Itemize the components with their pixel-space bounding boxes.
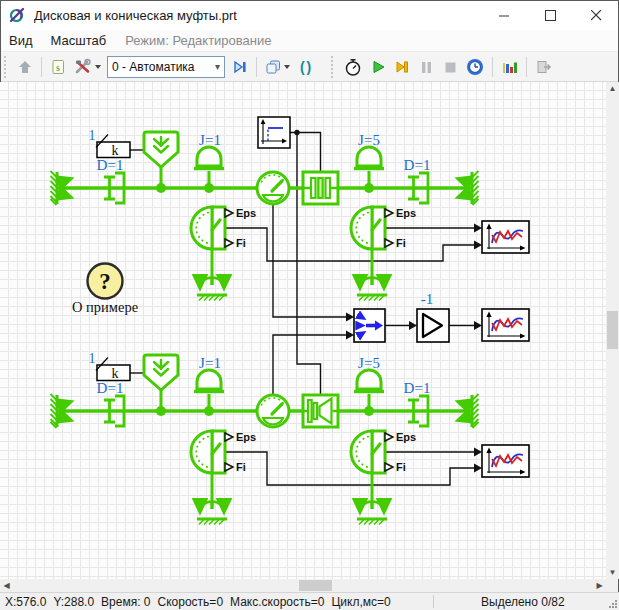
amplifier-block[interactable]: -1: [417, 291, 449, 342]
toolbar: s 0 - Автоматика ▾: [0, 52, 619, 82]
ground-sensor1[interactable]: [357, 278, 387, 301]
run-to-end-button[interactable]: [390, 54, 414, 80]
sim-time-button[interactable]: [340, 54, 366, 80]
wire-junction-dot: [294, 130, 299, 135]
parentheses-icon: ( ): [300, 59, 310, 75]
status-x: X:576.0: [5, 595, 46, 609]
mux-block[interactable]: [354, 309, 385, 342]
shafts[interactable]: [57, 188, 472, 509]
inertia-j1-top[interactable]: [194, 147, 224, 188]
layers-dropdown-arrow[interactable]: [284, 65, 290, 69]
run-button[interactable]: [366, 54, 390, 80]
minimize-icon: [499, 10, 510, 21]
status-y: Y:288.0: [53, 595, 94, 609]
toolbar-grip[interactable]: [4, 56, 10, 78]
minimize-button[interactable]: [481, 0, 527, 30]
vertical-scrollbar[interactable]: ▲ ▼: [606, 82, 619, 579]
close-button[interactable]: [573, 0, 619, 30]
gain-param-label: 1: [89, 351, 96, 366]
status-left: X:576.0 Y:288.0 Время: 0 Скорость=0 Макс…: [0, 595, 391, 609]
scroll-down-arrow[interactable]: ▼: [606, 566, 619, 579]
layers-button[interactable]: [261, 54, 293, 80]
scroll-left-arrow[interactable]: ◀: [0, 579, 13, 592]
ground-sensor2[interactable]: [197, 502, 227, 525]
status-cycle: Цикл,мс=0: [331, 595, 390, 609]
svg-text:s: s: [56, 61, 60, 72]
stop-button[interactable]: [438, 54, 462, 80]
layers-icon: [264, 58, 282, 76]
svg-text:Eps: Eps: [236, 431, 256, 443]
gain-param-label: 1: [89, 128, 96, 143]
scroll-up-arrow[interactable]: ▲: [606, 82, 619, 95]
parentheses-button[interactable]: ( ): [293, 54, 317, 80]
tools-button[interactable]: [70, 54, 104, 80]
toolbar-grip-2[interactable]: [331, 56, 337, 78]
status-divider: [433, 595, 434, 608]
scope-bottom[interactable]: [482, 445, 529, 477]
ground-sensor0[interactable]: [197, 278, 227, 301]
export-button[interactable]: [531, 54, 555, 80]
torque-gauge-bottom[interactable]: [257, 395, 289, 427]
torque-gauge-top[interactable]: [257, 172, 289, 204]
play-icon: [369, 58, 387, 76]
app-icon: [8, 6, 26, 24]
svg-text:Fi: Fi: [236, 237, 246, 249]
schematic-canvas[interactable]: k 1 k 1: [0, 82, 606, 579]
gain-block-bottom[interactable]: k 1: [89, 351, 131, 381]
torque-source-top[interactable]: [144, 132, 178, 188]
scroll-right-arrow[interactable]: ▶: [593, 579, 606, 592]
svg-text:D=1: D=1: [404, 380, 431, 396]
combo-chevron-icon: ▾: [215, 61, 220, 72]
pause-button[interactable]: [414, 54, 438, 80]
inertia-j5-top[interactable]: [354, 147, 384, 188]
pause-icon: [417, 58, 435, 76]
gain-label: k: [112, 366, 119, 381]
bar-chart-icon: [500, 58, 519, 76]
wire-sensor0-to-scope1: [225, 228, 475, 261]
sensor-port-labels: Eps Fi Eps Fi Eps Fi Eps Fi: [236, 207, 416, 473]
status-selected: Выделено 0/82: [481, 595, 565, 609]
statusbar: X:576.0 Y:288.0 Время: 0 Скорость=0 Макс…: [0, 592, 619, 610]
wire-step-to-disk-clutch: [290, 133, 321, 172]
resize-grip[interactable]: [609, 600, 617, 608]
gain-label: k: [112, 143, 119, 158]
step-into-button[interactable]: [228, 54, 252, 80]
inertia-j5-bottom[interactable]: [354, 370, 384, 411]
gain-block-top[interactable]: k 1: [89, 128, 131, 158]
maximize-icon: [545, 10, 556, 21]
svg-text:Fi: Fi: [236, 461, 246, 473]
layer-select-value: 0 - Автоматика: [112, 60, 215, 74]
inertia-j1-bottom[interactable]: [194, 370, 224, 411]
go-up-button[interactable]: [13, 54, 37, 80]
charts-button[interactable]: [497, 54, 522, 80]
ground-sensor3[interactable]: [357, 502, 387, 525]
horizontal-scroll-thumb[interactable]: [299, 580, 332, 591]
question-mark-label: ?: [99, 269, 111, 294]
menu-scale[interactable]: Масштаб: [42, 31, 116, 50]
svg-text:D=1: D=1: [97, 157, 124, 173]
svg-text:Eps: Eps: [396, 431, 416, 443]
disk-clutch-block[interactable]: [303, 172, 338, 204]
torque-source-bottom[interactable]: [144, 355, 178, 411]
sim-clock-button[interactable]: [462, 54, 488, 80]
tools-dropdown-arrow[interactable]: [95, 65, 101, 69]
scrollbar-corner: [606, 579, 619, 592]
status-speed: Скорость=0: [158, 595, 224, 609]
step-source-block[interactable]: [258, 117, 290, 148]
wire-gauge2-to-mux: [273, 335, 347, 395]
horizontal-scrollbar[interactable]: ◀ ▶: [0, 579, 606, 592]
svg-text:J=5: J=5: [358, 132, 380, 148]
status-time: Время: 0: [101, 595, 150, 609]
svg-text:Eps: Eps: [236, 207, 256, 219]
layer-select[interactable]: 0 - Автоматика ▾: [107, 56, 225, 78]
scope-top[interactable]: [482, 221, 529, 253]
about-block[interactable]: ? О примере: [72, 264, 138, 316]
cone-clutch-block[interactable]: [303, 395, 338, 427]
titlebar[interactable]: Дисковая и коническая муфты.prt: [0, 0, 619, 30]
menubar: Вид Масштаб Режим: Редактирование: [0, 30, 619, 52]
menu-view[interactable]: Вид: [0, 31, 42, 50]
vertical-scroll-thumb[interactable]: [607, 311, 618, 349]
script-button[interactable]: s: [46, 54, 70, 80]
maximize-button[interactable]: [527, 0, 573, 30]
scope-middle[interactable]: [482, 309, 529, 341]
